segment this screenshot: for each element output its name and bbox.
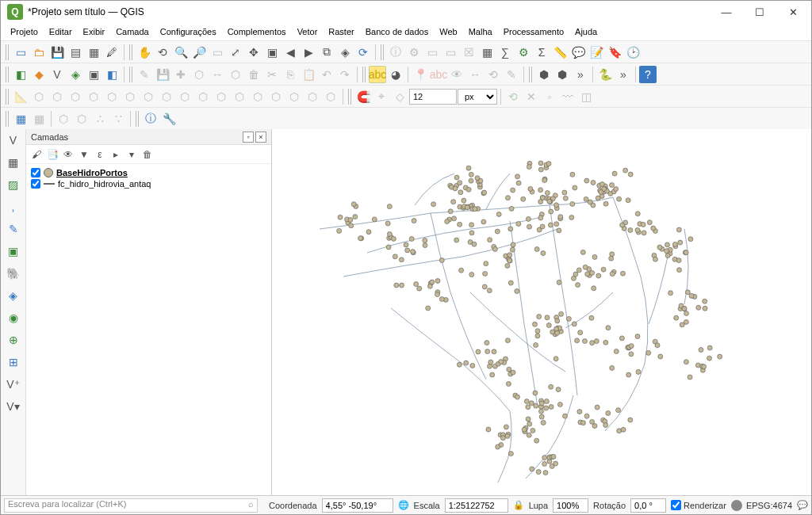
save-project-button[interactable]: 💾 <box>48 44 66 61</box>
toolbar-handle[interactable] <box>136 111 140 127</box>
cut-button[interactable]: ✂ <box>263 66 281 83</box>
menu-processamento[interactable]: Processamento <box>499 25 569 38</box>
add-postgis-button[interactable]: 🐘 <box>3 264 24 283</box>
bookmarks-button[interactable]: 🔖 <box>606 44 623 61</box>
add-spatialite-button[interactable]: ✎ <box>3 219 24 238</box>
map-canvas[interactable] <box>272 129 811 495</box>
panel-undock-button[interactable]: ▫ <box>243 132 254 143</box>
plugin-more-button[interactable]: » <box>615 66 632 83</box>
layers-panel-titlebar[interactable]: Camadas ▫ × <box>26 129 271 145</box>
python-console-button[interactable]: 🐍 <box>596 66 614 83</box>
maximize-button[interactable]: ☐ <box>743 1 776 23</box>
add-xyz-button[interactable]: ⊞ <box>3 353 24 372</box>
diagram-button[interactable]: ◕ <box>387 66 404 83</box>
coordinate-input[interactable] <box>322 498 393 513</box>
snap-unit-select[interactable]: px <box>458 89 497 105</box>
layer-row[interactable]: fc_hidro_hidrovia_antaq <box>31 178 266 189</box>
delete-feature-button[interactable]: 🗑 <box>245 66 262 83</box>
toggle-editing-button[interactable]: ✎ <box>136 66 153 83</box>
projection-icon[interactable]: 🌐 <box>398 500 409 510</box>
layer-visibility-checkbox[interactable] <box>31 179 40 189</box>
hl-pinned-button[interactable]: 📍 <box>412 66 429 83</box>
layer-name-label[interactable]: BaseHidroPortos <box>56 168 128 177</box>
snap-intersection-button[interactable]: ✕ <box>523 88 540 105</box>
menu-editar[interactable]: Editar <box>44 25 77 38</box>
minimize-button[interactable]: — <box>710 1 743 23</box>
add-wms-button[interactable]: ⊕ <box>3 330 24 349</box>
layer-filter-button[interactable]: ▼ <box>77 147 91 162</box>
copy-button[interactable]: ⎘ <box>282 66 299 83</box>
menu-malha[interactable]: Malha <box>464 25 497 38</box>
snap-mode-button[interactable]: ◇ <box>391 88 408 105</box>
measure-button[interactable]: 📏 <box>551 44 569 61</box>
new-virtual-button[interactable]: ◧ <box>103 66 121 83</box>
add-delimited-button[interactable]: , <box>3 197 24 216</box>
adv-digitize-10[interactable]: ⬡ <box>194 88 212 105</box>
snap-tolerance-input[interactable] <box>409 89 457 105</box>
annotation-button[interactable]: 📝 <box>588 44 605 61</box>
toolbar-handle[interactable] <box>129 67 133 82</box>
layer-visibility-button[interactable]: 👁 <box>61 147 75 162</box>
map-tips-button[interactable]: 💬 <box>569 44 587 61</box>
close-button[interactable]: ✕ <box>776 1 810 23</box>
pin-labels-button[interactable]: abc <box>430 66 447 83</box>
render-checkbox[interactable] <box>671 500 681 510</box>
new-memory-button[interactable]: ▣ <box>85 66 102 83</box>
adv-digitize-15[interactable]: ⬡ <box>285 88 303 105</box>
toolbar-handle[interactable] <box>129 44 133 60</box>
scale-input[interactable] <box>445 498 508 513</box>
pan-button[interactable]: ✋ <box>136 44 153 61</box>
adv-digitize-1[interactable]: ⬡ <box>30 88 48 105</box>
mesh-digitize-button[interactable]: ▦ <box>12 110 29 128</box>
plugin-button-1[interactable]: ⬢ <box>535 66 553 83</box>
adv-digitize-5[interactable]: ⬡ <box>103 88 121 105</box>
plugin-button-2[interactable]: ⬢ <box>553 66 571 83</box>
redo-button[interactable]: ↷ <box>336 66 354 83</box>
layer-expand-button[interactable]: ▸ <box>109 147 123 162</box>
data-source-manager-button[interactable]: ◧ <box>12 66 29 83</box>
add-oracle-button[interactable]: ◉ <box>3 308 24 327</box>
zoom-in-button[interactable]: 🔍 <box>172 44 190 61</box>
adv-digitize-6[interactable]: ⬡ <box>121 88 139 105</box>
layer-row[interactable]: BaseHidroPortos <box>31 167 266 178</box>
layer-visibility-checkbox[interactable] <box>31 168 40 177</box>
new-shapefile-button[interactable]: V <box>48 66 66 83</box>
toolbar-handle[interactable] <box>529 67 533 82</box>
new-print-layout-button[interactable]: ▤ <box>67 44 84 61</box>
select-by-value-button[interactable]: ▭ <box>442 44 459 61</box>
identify-button[interactable]: ⓘ <box>387 44 404 61</box>
refresh-button[interactable]: ⟳ <box>354 44 372 61</box>
zoom-last-button[interactable]: ◀ <box>282 44 299 61</box>
self-snap-button[interactable]: ◦ <box>541 88 558 105</box>
toolbar-handle[interactable] <box>362 67 366 82</box>
style-manager-button[interactable]: 🖉 <box>103 44 121 61</box>
adv-digitize-7[interactable]: ⬡ <box>140 88 157 105</box>
attribute-table-button[interactable]: ▦ <box>478 44 496 61</box>
menu-banco-de-dados[interactable]: Banco de dados <box>361 25 434 38</box>
snap-type-button[interactable]: ⌖ <box>373 88 390 105</box>
layer-name-label[interactable]: fc_hidro_hidrovia_antaq <box>58 179 151 189</box>
zoom-native-button[interactable]: ▭ <box>209 44 226 61</box>
menu-exibir[interactable]: Exibir <box>79 25 110 38</box>
adv-digitize-17[interactable]: ⬡ <box>322 88 339 105</box>
mesh-select-button[interactable]: ▦ <box>30 110 48 128</box>
adv-digitize-8[interactable]: ⬡ <box>158 88 175 105</box>
menu-ajuda[interactable]: Ajuda <box>570 25 602 38</box>
messages-button[interactable]: 💬 <box>797 500 808 510</box>
new-3d-view-button[interactable]: ◈ <box>336 44 354 61</box>
mesh-edit-button[interactable]: ∵ <box>109 110 127 128</box>
add-wfs-button[interactable]: V⁺ <box>3 375 24 394</box>
move-label-button[interactable]: ↔ <box>466 66 484 83</box>
panel-close-button[interactable]: × <box>255 132 266 143</box>
add-raster-button[interactable]: ▦ <box>3 153 24 172</box>
adv-digitize-16[interactable]: ⬡ <box>304 88 321 105</box>
toolbar-handle[interactable] <box>6 44 10 60</box>
open-project-button[interactable]: 🗀 <box>30 44 48 61</box>
layer-remove-button[interactable]: 🗑 <box>140 147 155 162</box>
mesh-reindex-button[interactable]: ∴ <box>91 110 109 128</box>
toolbar-handle[interactable] <box>381 44 385 60</box>
pan-to-selection-button[interactable]: ⟲ <box>154 44 171 61</box>
node-tool-button[interactable]: ⬡ <box>227 66 244 83</box>
zoom-to-layer-button[interactable]: ▣ <box>263 44 281 61</box>
change-label-button[interactable]: ✎ <box>503 66 520 83</box>
